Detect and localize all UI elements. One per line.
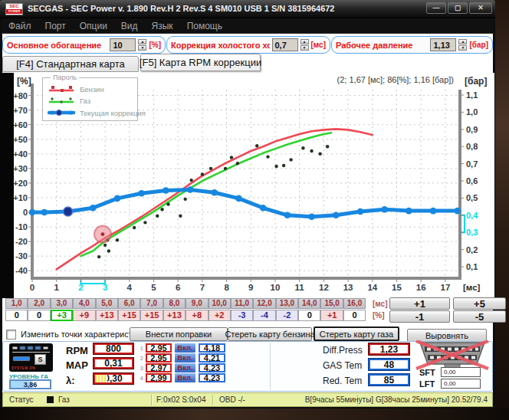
spin-down-icon[interactable]: ▼ [458, 45, 467, 51]
menu-item-Файл[interactable]: Файл [2, 18, 38, 33]
map-correction-cell[interactable]: +15 [140, 310, 163, 321]
map-correction-cell[interactable]: -2 [276, 310, 298, 321]
map-time-cell[interactable]: 5,0 [96, 298, 118, 309]
gas-level-switch[interactable]: S SYSTEM ON [9, 343, 53, 372]
map-correction-cell[interactable]: +1 [320, 310, 343, 321]
legend-label-gas: Газ [80, 97, 90, 105]
lft-value: 0,00 [441, 379, 481, 389]
map-chart-area[interactable]: 01234567891011121314151617[мс]+80+70+60+… [0, 73, 494, 298]
svg-text:1,1: 1,1 [466, 90, 478, 100]
system-switch-button[interactable]: S [34, 354, 46, 365]
map-correction-cell[interactable]: 0 [5, 310, 28, 321]
svg-text:0,7: 0,7 [466, 159, 478, 169]
injector-state-badge: Вкл. [175, 353, 195, 363]
map-time-cell[interactable]: 13,0 [276, 298, 298, 309]
level-led [12, 346, 18, 349]
toolbar-unit-label: [%] [149, 41, 161, 49]
map-time-cell[interactable]: 1,0 [5, 298, 28, 309]
menu-item-Порт[interactable]: Порт [38, 18, 73, 33]
spin-up-icon[interactable]: ▲ [300, 39, 309, 44]
edit-points-checkbox[interactable] [6, 330, 16, 340]
map-time-cell[interactable]: 11,0 [231, 298, 253, 309]
map-time-cell[interactable]: 15,0 [320, 298, 343, 309]
spin-down-icon[interactable]: ▼ [138, 45, 146, 51]
svg-text:0,3: 0,3 [466, 228, 478, 237]
map-time-cell[interactable]: 6,0 [118, 298, 140, 309]
map-time-cell[interactable]: 2,0 [28, 298, 50, 309]
increment-button-+1[interactable]: +1 [389, 297, 450, 310]
legend-label-petrol: Бензин [80, 85, 104, 94]
map-correction-cell[interactable]: 0 [28, 310, 50, 321]
map-correction-cell[interactable]: 0 [298, 310, 320, 321]
toolbar-value-input[interactable]: 10 [110, 38, 136, 51]
increment-button-+5[interactable]: +5 [453, 297, 506, 310]
spin-up-icon[interactable]: ▲ [138, 39, 146, 44]
map-correction-cell[interactable]: +13 [163, 310, 186, 321]
spin-down-icon[interactable]: ▼ [300, 45, 309, 51]
toolbar-value-input[interactable]: 0,7 [272, 38, 298, 51]
map-correction-cell[interactable]: +3 [51, 310, 73, 321]
apply-corrections-button[interactable]: Внести поправки [130, 327, 228, 341]
svg-text:1: 1 [54, 283, 59, 292]
map-correction-cell[interactable]: +15 [118, 310, 140, 321]
svg-text:0: 0 [23, 208, 28, 217]
map-time-cell[interactable]: 7,0 [140, 298, 163, 309]
legend-item-petrol: Бензин [48, 84, 104, 94]
map-correction-cell[interactable]: +8 [186, 310, 208, 321]
increment-button--5[interactable]: -5 [453, 310, 506, 323]
map-correction-cell[interactable]: +13 [96, 310, 118, 321]
menu-item-Язык[interactable]: Язык [145, 18, 180, 33]
menu-item-Вид[interactable]: Вид [114, 18, 145, 33]
svg-text:7: 7 [200, 283, 205, 292]
legend-item-correction: Текущая коррекция [48, 107, 146, 118]
toolbar-group-label: Коррекция холостого хода [171, 41, 270, 50]
map-time-cell[interactable]: 10,0 [209, 298, 231, 309]
map-correction-cell[interactable]: -3 [231, 310, 253, 321]
svg-text:1,0: 1,0 [466, 107, 478, 116]
svg-text:+40: +40 [13, 149, 28, 159]
map-time-cell[interactable]: 16,0 [343, 298, 366, 309]
svg-text:[мс]: [мс] [463, 283, 481, 292]
map-time-cell[interactable]: 12,0 [253, 298, 275, 309]
readout-value: 48 [369, 359, 409, 370]
erase-petrol-map-button[interactable]: Стереть карту бензина [228, 327, 312, 341]
svg-text:4: 4 [127, 283, 133, 292]
menu-item-Опции[interactable]: Опции [73, 18, 114, 33]
fuel-status: Газ [58, 395, 70, 404]
map-correction-cell[interactable]: +9 [73, 310, 95, 321]
map-label: MAP [66, 359, 88, 371]
title-bar[interactable]: SEC POWER SECGAS - SEC Power v. 1.890 Re… [0, 0, 495, 18]
map-time-cell[interactable]: 14,0 [298, 298, 320, 309]
map-correction-cell[interactable]: +2 [209, 310, 231, 321]
close-icon[interactable]: ✕ [469, 2, 492, 14]
injector-state-badge: Вкл. [175, 363, 195, 372]
toolbar-value-input[interactable]: 1,13 [430, 38, 456, 51]
status-label: Статус [9, 395, 34, 404]
map-time-cell[interactable]: 4,0 [73, 298, 95, 309]
svg-text:+20: +20 [13, 179, 28, 188]
window-title: SECGAS - SEC Power v. 1.890 Rev.H 2 Rev.… [28, 4, 334, 13]
svg-text:0,8: 0,8 [466, 142, 478, 151]
map-time-cell[interactable]: 3,0 [51, 298, 73, 309]
svg-text:10: 10 [271, 283, 281, 292]
minimize-icon[interactable]: — [426, 2, 446, 14]
erase-gas-map-button[interactable]: Стереть карту газа [314, 326, 399, 341]
increment-button--1[interactable]: -1 [389, 310, 450, 323]
map-correction-cell[interactable]: 0 [343, 310, 366, 321]
map-time-cell[interactable]: 8,0 [163, 298, 186, 309]
map-time-cell[interactable]: 9,0 [186, 298, 208, 309]
spinner: ▲▼ [138, 39, 146, 51]
sft-value: 0,00 [441, 367, 481, 377]
svg-text:0,2: 0,2 [466, 245, 478, 254]
readout-label: Diff.Press [323, 345, 370, 356]
tab-standard-map[interactable]: [F4] Стандартная карта [2, 56, 139, 72]
toolbar-unit-label: [мс] [311, 41, 327, 49]
menu-item-Помощь[interactable]: Помощь [180, 18, 229, 33]
spin-up-icon[interactable]: ▲ [458, 39, 467, 44]
svg-text:14: 14 [367, 283, 377, 292]
map-correction-cell[interactable]: -4 [253, 310, 275, 321]
maximize-icon[interactable]: ▢ [448, 2, 468, 14]
level-led [43, 346, 48, 349]
tab-rpm-correction-map[interactable]: [F5] Карта RPM коррекции [140, 54, 261, 71]
left-axis-unit: [%] [17, 76, 31, 87]
